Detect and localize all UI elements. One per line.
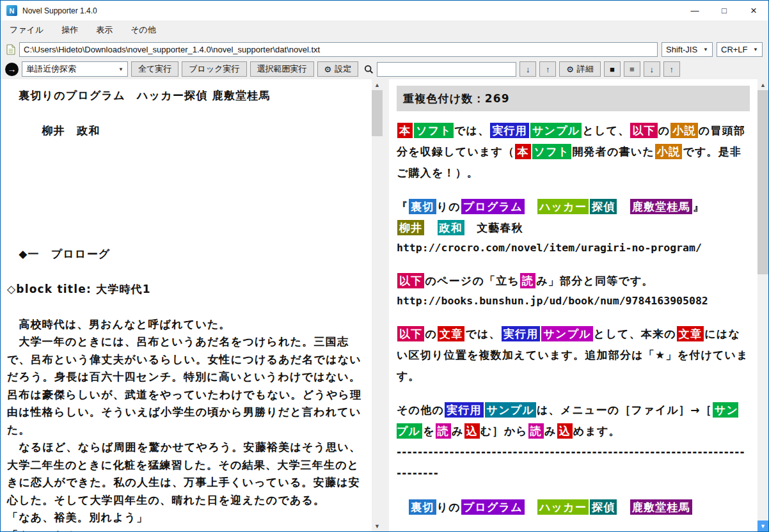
result-paragraph: 本ソフトでは、実行用サンプルとして、以下の小説の冒頭部分を収録しています（本ソフ… (397, 120, 750, 184)
highlighted-word: サンプル (530, 123, 582, 138)
results-scroll-track[interactable] (757, 90, 768, 520)
file-path-input[interactable] (19, 42, 658, 57)
maximize-button[interactable]: □ (710, 1, 739, 20)
results-pane: 重複色付け数：269 本ソフトでは、実行用サンプルとして、以下の小説の冒頭部分を… (389, 79, 768, 531)
scroll-up-icon[interactable]: ▲ (372, 79, 383, 90)
highlighted-word: 裏切 (409, 499, 436, 515)
search-input[interactable] (377, 62, 516, 77)
editor-lines[interactable]: 裏切りのプログラム ハッカー探偵 鹿敷堂桂馬 柳井 政和 ◆一 プロローグ ◇b… (1, 79, 372, 531)
run-circle-arrow-icon[interactable]: → (5, 63, 19, 76)
plain-text: の (425, 327, 437, 340)
result-paragraph: 裏切りのプログラム ハッカー探偵 鹿敷堂桂馬 (397, 497, 750, 518)
menu-view[interactable]: 表示 (87, 20, 122, 40)
editor-line (7, 263, 369, 281)
plain-text: では、 (454, 124, 489, 137)
mode-select[interactable]: 単語近傍探索 ▼ (22, 61, 128, 77)
plain-text (617, 501, 629, 513)
close-button[interactable]: × (739, 1, 768, 20)
window-title: Novel Supporter 1.4.0 (22, 6, 680, 15)
pane-splitter[interactable] (383, 79, 389, 531)
stop-button[interactable]: ■ (604, 61, 621, 77)
editor-line: 柳井 政和 (7, 122, 369, 140)
highlighted-word: 文章 (438, 326, 464, 341)
result-paragraph: 以下の文章では、実行用サンプルとして、本来の文章にはない区切り位置を複数加えてい… (397, 324, 750, 387)
gear-icon: ⚙ (324, 65, 332, 74)
window-controls: — □ × (680, 1, 768, 20)
editor-line (7, 157, 369, 175)
highlighted-word: 込 (464, 423, 480, 439)
search-next-button[interactable]: ↓ (519, 61, 536, 77)
result-paragraph: 柳井 政和 文藝春秋 (397, 217, 750, 239)
plain-text: http://crocro.com/novel/item/uragiri-no-… (397, 242, 702, 254)
highlighted-word: 読 (436, 423, 451, 439)
search-prev-button[interactable]: ↑ (539, 61, 556, 77)
result-paragraph: その他の実行用サンプルは、メニューの［ファイル］→［サンプルを読み込む］から読み… (397, 400, 750, 442)
duplicate-count-header: 重複色付け数：269 (397, 86, 750, 111)
highlighted-word: ハッカー (537, 499, 589, 515)
encoding-select[interactable]: Shift-JIS ▼ (662, 42, 713, 57)
result-next-button[interactable]: ↓ (644, 61, 660, 77)
detail-button[interactable]: ⚙ 詳細 (559, 61, 601, 77)
highlighted-word: 本 (515, 144, 530, 159)
editor-scroll-thumb[interactable] (372, 90, 383, 136)
editor-scroll-track[interactable] (372, 90, 383, 520)
editor-line: 「なあ、裕美。別れよう」 (7, 509, 369, 527)
highlighted-word: ソフト (532, 144, 572, 159)
run-block-button[interactable]: ブロック実行 (182, 61, 246, 77)
plain-text: ----------------------------------------… (397, 446, 745, 480)
path-bar: Shift-JIS ▼ CR+LF ▼ (1, 40, 768, 59)
plain-text (525, 200, 537, 213)
main-area: 裏切りのプログラム ハッカー探偵 鹿敷堂桂馬 柳井 政和 ◆一 プロローグ ◇b… (1, 79, 768, 531)
result-paragraph: 『裏切りのプログラム ハッカー探偵 鹿敷堂桂馬』 (397, 196, 750, 217)
run-all-button[interactable]: 全て実行 (131, 61, 178, 77)
highlighted-word: 以下 (630, 123, 657, 138)
editor-line (7, 192, 369, 210)
chevron-down-icon: ▼ (118, 66, 123, 72)
result-prev-button[interactable]: ↑ (663, 61, 680, 77)
menu-file[interactable]: ファイル (1, 20, 52, 40)
results-spacer (397, 387, 750, 400)
minimize-button[interactable]: — (680, 1, 710, 20)
highlighted-word: 鹿敷堂桂馬 (630, 499, 692, 515)
title-bar: N Novel Supporter 1.4.0 — □ × (1, 1, 768, 20)
highlighted-word: 以下 (397, 326, 424, 341)
highlighted-word: サンプル (541, 326, 592, 341)
highlighted-word: 小説 (670, 123, 697, 138)
editor-scrollbar[interactable]: ▲ ▼ (372, 79, 383, 531)
plain-text (397, 501, 408, 513)
list-button[interactable]: ≡ (624, 61, 640, 77)
editor-line (7, 210, 369, 228)
results-scroll-thumb[interactable] (757, 90, 768, 274)
editor-line: ◇block title: 大学時代1 (7, 281, 369, 299)
result-paragraph: http://crocro.com/novel/item/uragiri-no-… (397, 239, 750, 258)
settings-button[interactable]: ⚙ 設定 (317, 61, 359, 77)
scroll-down-icon[interactable]: ▼ (757, 520, 768, 531)
arrow-up-icon: ↑ (546, 65, 550, 74)
plain-text: む］から (480, 425, 528, 437)
results-spacer (397, 518, 750, 531)
highlighted-word: 実行用 (490, 123, 529, 138)
plain-text: のページの「立ち (425, 274, 519, 287)
highlighted-word: 文章 (677, 326, 704, 341)
highlighted-word: 探偵 (590, 499, 617, 515)
plain-text: は、メニューの［ファイル］→［ (537, 403, 712, 416)
results-body[interactable]: 重複色付け数：269 本ソフトでは、実行用サンプルとして、以下の小説の冒頭部分を… (389, 79, 757, 531)
menu-bar: ファイル 操作 表示 その他 (1, 20, 768, 40)
editor-line (7, 140, 369, 158)
encoding-value: Shift-JIS (666, 45, 697, 54)
scroll-up-icon[interactable]: ▲ (757, 79, 768, 90)
line-ending-select[interactable]: CR+LF ▼ (717, 42, 763, 57)
menu-operation[interactable]: 操作 (52, 20, 87, 40)
results-spacer (397, 184, 750, 196)
highlighted-word: ソフト (414, 123, 454, 138)
result-paragraph: ----------------------------------------… (397, 442, 750, 484)
highlighted-word: 探偵 (590, 199, 617, 214)
editor-pane: 裏切りのプログラム ハッカー探偵 鹿敷堂桂馬 柳井 政和 ◆一 プロローグ ◇b… (1, 79, 383, 531)
plain-text: を (423, 425, 435, 437)
results-scrollbar[interactable]: ▲ ▼ (757, 79, 768, 531)
scroll-down-icon[interactable]: ▼ (372, 520, 383, 531)
editor-line (7, 228, 369, 246)
run-selection-button[interactable]: 選択範囲実行 (250, 61, 314, 77)
menu-other[interactable]: その他 (122, 20, 165, 40)
document-icon (6, 44, 15, 55)
